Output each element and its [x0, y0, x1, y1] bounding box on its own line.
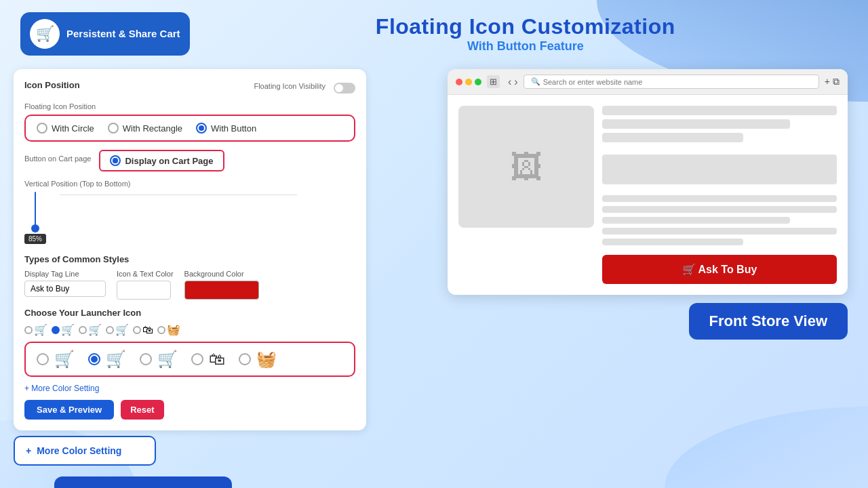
- plus-icon: +: [26, 445, 31, 456]
- display-tag-col: Display Tag Line: [24, 270, 106, 297]
- cart-page-title: Button on Cart page: [24, 155, 91, 163]
- detail-bar-5: [602, 195, 837, 202]
- floating-position-label: Floating Icon Position: [24, 102, 355, 110]
- launcher-opt-4[interactable]: 🛒: [106, 323, 129, 336]
- large-icon-sym-2: 🛒: [106, 350, 126, 369]
- launcher-opt-5[interactable]: 🛍: [133, 324, 153, 336]
- large-icon-sym-5: 🧺: [256, 350, 277, 369]
- action-buttons: Save & Preview Reset: [24, 400, 355, 420]
- grid-icon[interactable]: ⊞: [487, 75, 500, 88]
- large-icon-selector: 🛒 🛒 🛒 🛍: [24, 342, 355, 377]
- detail-bar-tall: [602, 155, 837, 184]
- option-with-rectangle[interactable]: With Rectangle: [108, 123, 182, 134]
- cart-page-label: Display on Cart Page: [125, 156, 213, 166]
- large-icon-opt-3[interactable]: 🛒: [140, 350, 178, 369]
- app-title: Persistent & Share Cart: [66, 27, 180, 41]
- icon-text-color-picker[interactable]: [117, 281, 171, 300]
- launcher-icons-small: 🛒 🛒 🛒 🛒: [24, 323, 355, 336]
- vertical-position-label: Vertical Position (Top to Bottom): [24, 180, 355, 188]
- main-title: Floating Icon Customization: [203, 14, 848, 39]
- display-cart-page-btn[interactable]: Display on Cart Page: [99, 150, 224, 171]
- add-tab-icon[interactable]: +: [825, 76, 830, 87]
- with-button-label: With Button: [211, 123, 256, 134]
- more-color-setting-label: More Color Setting: [37, 445, 121, 456]
- icon-position-title: Icon Position: [24, 80, 80, 90]
- launcher-opt-3[interactable]: 🛒: [79, 323, 102, 336]
- more-color-setting-box[interactable]: + More Color Setting: [14, 436, 156, 466]
- back-btn[interactable]: ‹: [508, 76, 511, 88]
- floating-visibility-row: Floating Icon Visibility: [254, 82, 355, 94]
- slider-track: [35, 192, 36, 232]
- cart-radio: [110, 155, 121, 166]
- large-icon-sym-4: 🛍: [209, 350, 225, 369]
- bg-color-col: Background Color: [184, 270, 259, 300]
- widget-setting-button[interactable]: Widget Setting: [54, 476, 232, 488]
- large-icon-sym-1: 🛒: [54, 350, 75, 369]
- launcher-opt-6[interactable]: 🧺: [157, 323, 180, 336]
- launcher-icon-4: 🛒: [115, 323, 129, 336]
- slider-value: 85%: [24, 234, 46, 244]
- product-image: 🖼: [458, 106, 594, 228]
- large-icon-opt-2[interactable]: 🛒: [88, 350, 126, 369]
- header-title-block: Floating Icon Customization With Button …: [203, 14, 848, 54]
- launcher-opt-1[interactable]: 🛒: [24, 323, 47, 336]
- browser-toolbar: ⊞ ‹ › 🔍 Search or enter website name + ⧉: [448, 69, 848, 95]
- detail-bar-7: [602, 217, 790, 224]
- with-circle-label: With Circle: [52, 123, 94, 134]
- launcher-icon-3: 🛒: [88, 323, 102, 336]
- common-styles-title: Types of Common Styles: [24, 254, 355, 264]
- large-radio-2: [88, 353, 100, 365]
- copy-icon[interactable]: ⧉: [833, 76, 840, 87]
- detail-bar-3: [602, 133, 743, 142]
- image-placeholder-icon: 🖼: [510, 148, 542, 186]
- large-radio-1: [37, 353, 49, 365]
- reset-button[interactable]: Reset: [121, 400, 163, 420]
- dot-red[interactable]: [456, 79, 462, 85]
- display-tag-label: Display Tag Line: [24, 270, 106, 278]
- browser-address-bar[interactable]: 🔍 Search or enter website name: [524, 75, 819, 89]
- floating-visibility-toggle[interactable]: [334, 83, 355, 94]
- product-details: 🛒 Ask To Buy: [602, 106, 837, 284]
- bg-color-swatch[interactable]: [184, 281, 259, 300]
- launcher-icon-6: 🧺: [167, 323, 180, 336]
- option-with-circle[interactable]: With Circle: [37, 123, 94, 134]
- large-radio-3: [140, 353, 152, 365]
- detail-bar-8: [602, 228, 837, 235]
- radio-rectangle: [108, 123, 119, 134]
- icon-text-color-col: Icon & Text Color: [117, 270, 174, 300]
- more-color-link[interactable]: + More Color Setting: [24, 384, 355, 393]
- vertical-slider[interactable]: 85%: [24, 192, 46, 246]
- with-rectangle-label: With Rectangle: [123, 123, 182, 134]
- cart-page-row: Button on Cart page Display on Cart Page: [24, 150, 355, 171]
- forward-btn[interactable]: ›: [514, 76, 517, 88]
- large-icon-sym-3: 🛒: [157, 350, 178, 369]
- save-preview-button[interactable]: Save & Preview: [24, 400, 114, 420]
- icon-type-options: With Circle With Rectangle With Button: [24, 115, 355, 142]
- display-tag-input[interactable]: [24, 281, 106, 297]
- detail-bar-1: [602, 106, 837, 115]
- ask-to-buy-button[interactable]: 🛒 Ask To Buy: [602, 255, 837, 284]
- detail-bar-9: [602, 239, 743, 245]
- vertical-position-section: Vertical Position (Top to Bottom) 85%: [24, 180, 355, 246]
- dot-yellow[interactable]: [465, 79, 472, 85]
- large-icon-opt-5[interactable]: 🧺: [239, 350, 277, 369]
- front-store-view-button[interactable]: Front Store View: [689, 303, 848, 340]
- small-radio-5: [133, 326, 141, 334]
- large-icon-opt-1[interactable]: 🛒: [37, 350, 75, 369]
- detail-bar-6: [602, 206, 837, 213]
- launcher-opt-2[interactable]: 🛒: [52, 323, 75, 336]
- sub-title: With Button Feature: [203, 39, 848, 54]
- dot-green[interactable]: [475, 79, 481, 85]
- small-radio-2: [52, 326, 60, 334]
- icon-text-color-label: Icon & Text Color: [117, 270, 174, 278]
- browser-nav: ‹ ›: [508, 76, 518, 88]
- right-panel: ⊞ ‹ › 🔍 Search or enter website name + ⧉…: [380, 62, 854, 476]
- browser-extra-icons: + ⧉: [825, 76, 840, 87]
- page-header: 🛒 Persistent & Share Cart Floating Icon …: [0, 0, 868, 62]
- option-with-button[interactable]: With Button: [196, 123, 256, 134]
- search-icon: 🔍: [531, 77, 540, 86]
- address-text: Search or enter website name: [543, 78, 643, 86]
- icon-position-header: Icon Position Floating Icon Visibility: [24, 80, 355, 96]
- radio-circle: [37, 123, 47, 134]
- large-icon-opt-4[interactable]: 🛍: [191, 350, 225, 369]
